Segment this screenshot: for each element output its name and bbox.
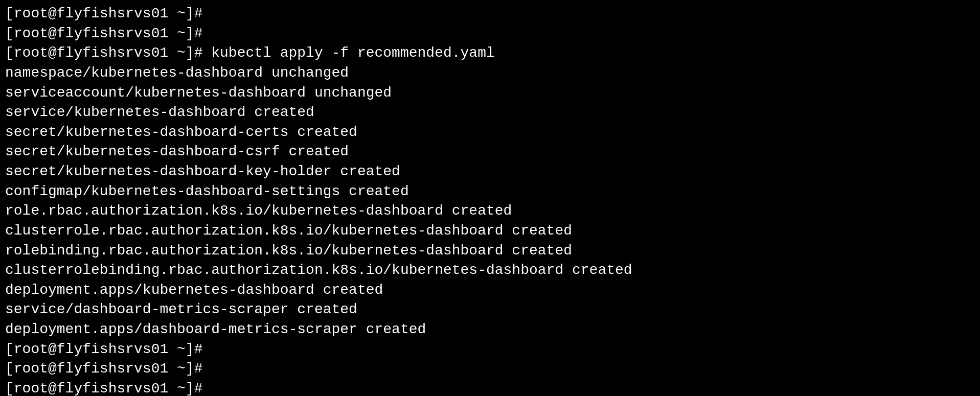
terminal-window[interactable]: [root@flyfishsrvs01 ~]#[root@flyfishsrvs… bbox=[0, 0, 980, 396]
terminal-line: [root@flyfishsrvs01 ~]# bbox=[5, 24, 975, 44]
terminal-line: clusterrole.rbac.authorization.k8s.io/ku… bbox=[5, 221, 975, 241]
terminal-line: role.rbac.authorization.k8s.io/kubernete… bbox=[5, 201, 975, 221]
terminal-line: service/kubernetes-dashboard created bbox=[5, 103, 975, 123]
terminal-line: secret/kubernetes-dashboard-certs create… bbox=[5, 123, 975, 143]
terminal-line: [root@flyfishsrvs01 ~]# bbox=[5, 379, 975, 396]
terminal-line: serviceaccount/kubernetes-dashboard unch… bbox=[5, 83, 975, 103]
terminal-line: secret/kubernetes-dashboard-key-holder c… bbox=[5, 162, 975, 182]
terminal-line: secret/kubernetes-dashboard-csrf created bbox=[5, 142, 975, 162]
terminal-line: [root@flyfishsrvs01 ~]# bbox=[5, 4, 975, 24]
terminal-line: deployment.apps/dashboard-metrics-scrape… bbox=[5, 320, 975, 340]
terminal-line: [root@flyfishsrvs01 ~]# kubectl apply -f… bbox=[5, 43, 975, 63]
terminal-line: configmap/kubernetes-dashboard-settings … bbox=[5, 182, 975, 202]
terminal-line: [root@flyfishsrvs01 ~]# bbox=[5, 359, 975, 379]
terminal-line: rolebinding.rbac.authorization.k8s.io/ku… bbox=[5, 241, 975, 261]
terminal-line: namespace/kubernetes-dashboard unchanged bbox=[5, 63, 975, 83]
terminal-line: service/dashboard-metrics-scraper create… bbox=[5, 300, 975, 320]
terminal-line: deployment.apps/kubernetes-dashboard cre… bbox=[5, 281, 975, 300]
terminal-line: clusterrolebinding.rbac.authorization.k8… bbox=[5, 261, 975, 281]
terminal-line: [root@flyfishsrvs01 ~]# bbox=[5, 340, 975, 360]
